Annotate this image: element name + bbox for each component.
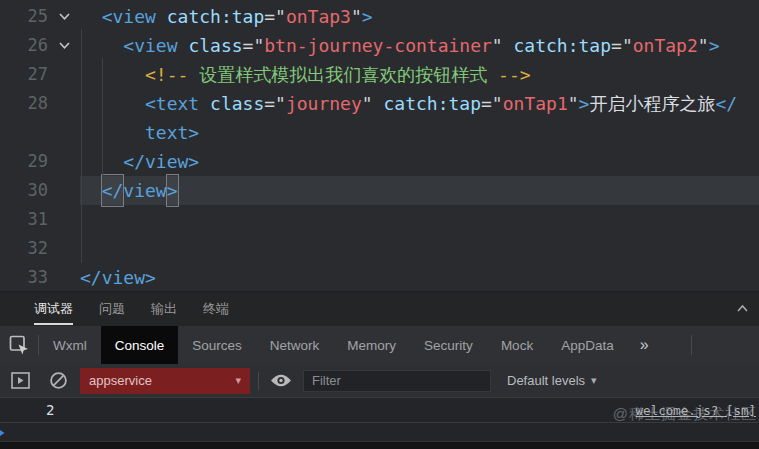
line-number (0, 118, 48, 147)
line-number: 33 (0, 263, 48, 291)
panel-tab[interactable]: 输出 (151, 292, 177, 326)
code-token: > (709, 35, 720, 56)
code-line: 30 </view> (0, 176, 759, 205)
code-token: btn-journey-container (264, 35, 492, 56)
code-token: text> (145, 122, 199, 143)
code-token: </ (715, 93, 737, 114)
inspect-element-button[interactable] (0, 326, 38, 364)
devtools-tab[interactable]: Wxml (39, 326, 101, 364)
panel-tabs: 调试器问题输出终端 (34, 292, 229, 326)
console-prompt[interactable] (0, 423, 759, 441)
log-value: 2 (46, 402, 54, 418)
code-token: 开启小程序之旅 (589, 93, 715, 114)
chevron-up-icon (736, 304, 749, 312)
line-code: </view> (80, 176, 759, 205)
more-tabs-button[interactable]: » (628, 326, 661, 364)
code-token: =" (264, 93, 286, 114)
console-toolbar: appservice ▾ Default levels ▾ (0, 364, 759, 398)
code-line: 27 <!-- 设置样式模拟出我们喜欢的按钮样式 --> (0, 60, 759, 89)
code-token: class (210, 93, 264, 114)
code-token: onTap1 (503, 93, 568, 114)
prompt-chevron-icon (0, 427, 7, 439)
divider (258, 372, 259, 390)
execution-context-select[interactable]: appservice ▾ (80, 368, 250, 394)
devtools-tabs: WxmlConsoleSourcesNetworkMemorySecurityM… (39, 326, 628, 364)
code-token: journey (286, 93, 362, 114)
code-token: </view> (123, 151, 199, 172)
live-expression-button[interactable] (267, 368, 295, 394)
devtools-tab[interactable]: Console (101, 326, 179, 364)
line-code: text> (80, 118, 759, 147)
line-number: 27 (0, 60, 48, 89)
line-number: 28 (0, 89, 48, 118)
caret-down-icon: ▾ (235, 374, 241, 387)
code-token (373, 93, 384, 114)
filter-input[interactable] (303, 370, 491, 392)
wechat-devtools-window: 25 <view catch:tap="onTap3"> 26 <view cl… (0, 0, 759, 449)
code-token: view (123, 180, 166, 201)
devtools-tab[interactable]: Sources (178, 326, 256, 364)
code-line: 33 </view> (0, 263, 759, 291)
line-number: 32 (0, 234, 48, 263)
code-token: =" (481, 93, 503, 114)
code-line: 28 <text class="journey" catch:tap="onTa… (0, 89, 759, 118)
code-token: " (698, 35, 709, 56)
devtools-tab[interactable]: Memory (333, 326, 410, 364)
line-code (80, 234, 759, 263)
context-label: appservice (89, 373, 152, 388)
code-token: =" (243, 35, 265, 56)
code-token: > (362, 6, 373, 27)
code-line: 26 <view class="btn-journey-container" c… (0, 31, 759, 60)
panel-tab-label: 终端 (203, 300, 229, 318)
circle-slash-icon (49, 371, 68, 390)
caret-down-icon: ▾ (591, 374, 597, 387)
line-number: 26 (0, 31, 48, 60)
panel-tab-label: 调试器 (34, 300, 73, 318)
code-token: </view> (80, 267, 156, 288)
code-token: catch:tap (167, 6, 265, 27)
line-number: 31 (0, 205, 48, 234)
console-log-row: 2 welcome.js? [sm] (0, 398, 759, 423)
log-source-link[interactable]: welcome.js? [sm] (636, 403, 756, 418)
chevron-double-right-icon: » (640, 336, 649, 354)
devtools-tab[interactable]: Security (410, 326, 487, 364)
line-code: <!-- 设置样式模拟出我们喜欢的按钮样式 --> (80, 60, 759, 89)
clear-console-button[interactable] (44, 368, 72, 394)
panel-tab[interactable]: 调试器 (34, 292, 73, 326)
line-code: </view> (80, 147, 759, 176)
code-token (156, 6, 167, 27)
code-token: catch:tap (514, 35, 612, 56)
devtools-tab[interactable]: AppData (547, 326, 628, 364)
log-levels-dropdown[interactable]: Default levels ▾ (507, 373, 597, 388)
devtools-tab[interactable]: Mock (487, 326, 547, 364)
devtools-tab[interactable]: Network (256, 326, 334, 364)
panel-tab-bar: 调试器问题输出终端 (0, 291, 759, 326)
indent-guide (81, 29, 82, 263)
line-code: </view> (80, 263, 759, 291)
console-sidebar-toggle-button[interactable] (6, 368, 34, 394)
code-token: onTap3 (286, 6, 351, 27)
inspect-cursor-icon (9, 335, 30, 356)
code-token: " (568, 93, 579, 114)
panel-tab-label: 输出 (151, 300, 177, 318)
divider (691, 335, 692, 355)
line-code (80, 205, 759, 234)
chevron-down-icon (58, 12, 71, 21)
line-code: <text class="journey" catch:tap="onTap1"… (80, 89, 759, 118)
panel-tab[interactable]: 终端 (203, 292, 229, 326)
eye-icon (270, 373, 292, 388)
play-in-box-icon (11, 372, 30, 389)
fold-toggle[interactable] (48, 31, 80, 60)
code-token: > (579, 93, 590, 114)
fold-toggle[interactable] (48, 2, 80, 31)
code-token (503, 35, 514, 56)
panel-tab[interactable]: 问题 (99, 292, 125, 326)
code-token: " (351, 6, 362, 27)
panel-collapse-button[interactable] (733, 300, 751, 316)
code-token: " (492, 35, 503, 56)
code-token: " (362, 93, 373, 114)
devtools-tab-bar: WxmlConsoleSourcesNetworkMemorySecurityM… (0, 326, 759, 364)
code-token: catch:tap (383, 93, 481, 114)
line-number: 25 (0, 2, 48, 31)
code-editor[interactable]: 25 <view catch:tap="onTap3"> 26 <view cl… (0, 0, 759, 291)
